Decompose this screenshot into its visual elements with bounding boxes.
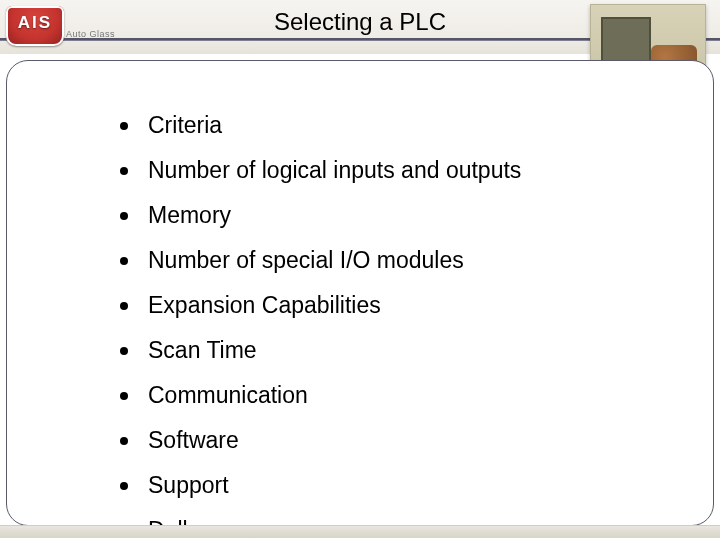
brand-logo: AIS Auto Glass xyxy=(6,8,126,48)
list-item: Memory xyxy=(120,202,640,229)
list-item: Scan Time xyxy=(120,337,640,364)
list-item-text: Expansion Capabilities xyxy=(148,292,381,319)
logo-badge-icon: AIS xyxy=(6,6,64,46)
list-item-text: Memory xyxy=(148,202,231,229)
list-item-text: Number of special I/O modules xyxy=(148,247,464,274)
list-item-text: Criteria xyxy=(148,112,222,139)
list-item-text: Software xyxy=(148,427,239,454)
bullet-icon xyxy=(120,257,128,265)
bullet-icon xyxy=(120,347,128,355)
bullet-icon xyxy=(120,212,128,220)
bullet-icon xyxy=(120,167,128,175)
list-item-text: Support xyxy=(148,472,229,499)
bullet-icon xyxy=(120,302,128,310)
bullet-icon xyxy=(120,482,128,490)
list-item: Number of logical inputs and outputs xyxy=(120,157,640,184)
bullet-icon xyxy=(120,392,128,400)
logo-subtext: Auto Glass xyxy=(66,29,115,39)
logo-text: AIS xyxy=(6,13,64,33)
list-item: Number of special I/O modules xyxy=(120,247,640,274)
bullet-icon xyxy=(120,437,128,445)
slide: Selecting a PLC AIS Auto Glass Criteria … xyxy=(0,0,720,540)
list-item-text: Scan Time xyxy=(148,337,257,364)
list-item: Communication xyxy=(120,382,640,409)
list-item-text: Communication xyxy=(148,382,308,409)
list-item: Support xyxy=(120,472,640,499)
footer xyxy=(0,525,720,538)
bullet-icon xyxy=(120,122,128,130)
list-item-text: Number of logical inputs and outputs xyxy=(148,157,521,184)
list-item: Software xyxy=(120,427,640,454)
bullet-list: Criteria Number of logical inputs and ou… xyxy=(120,112,640,540)
list-item: Criteria xyxy=(120,112,640,139)
list-item: Expansion Capabilities xyxy=(120,292,640,319)
